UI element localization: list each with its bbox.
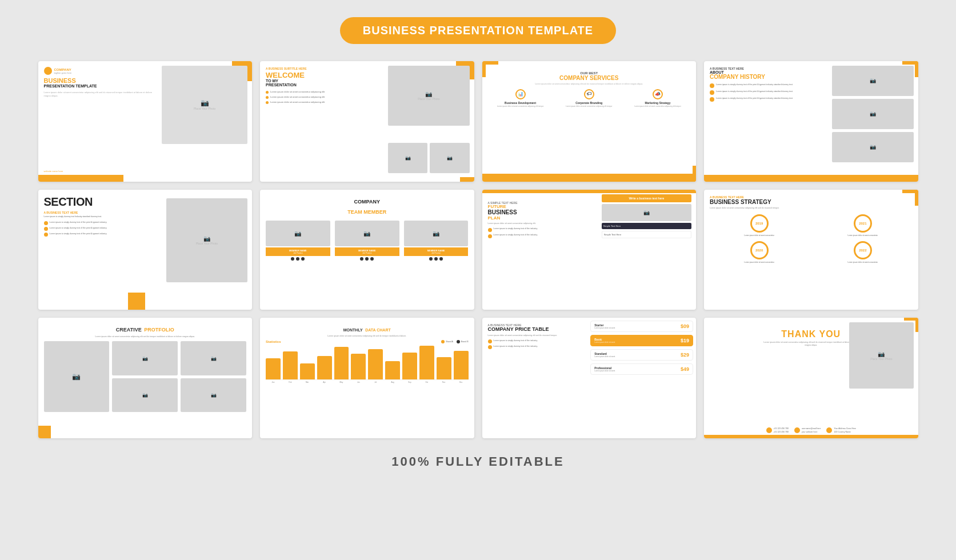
bullet-icon bbox=[710, 90, 714, 95]
chart-bar bbox=[334, 347, 349, 379]
member-photo-2: 📷 bbox=[335, 221, 399, 246]
portfolio-photo-5: 📷 bbox=[181, 378, 246, 412]
team-title: COMPANY TEAM MEMBER bbox=[266, 195, 469, 216]
strategy-body: Lorem ipsum dolor sit amet consectetur a… bbox=[710, 207, 913, 210]
bar-label: Apr bbox=[317, 381, 332, 383]
service-item-1: 📊 Business Development Lorem ipsum dolor… bbox=[488, 89, 553, 108]
bullet-dot bbox=[488, 234, 492, 238]
member-icons-1 bbox=[266, 257, 330, 261]
bullet-dot bbox=[266, 101, 269, 104]
website-label: website name here bbox=[44, 170, 63, 173]
chart-title: MONTHLY DATA CHART bbox=[266, 323, 469, 334]
service-icon-2: 🏷 bbox=[584, 89, 594, 99]
bullet-item: Lorem ipsum is simply dummy text of the … bbox=[710, 90, 821, 95]
email-text: username@mail hereyour website here bbox=[802, 427, 821, 434]
portfolio-photo-4: 📷 bbox=[112, 378, 178, 412]
chart-bar bbox=[368, 349, 383, 379]
member-info-2: MEMBER NAME Job Position bbox=[335, 247, 399, 256]
year-desc-2022: Lorem ipsum dolor sit amet consectetur bbox=[813, 261, 912, 263]
portfolio-title: CREATIVE PROTFOLIO bbox=[44, 323, 247, 334]
year-circle-2022: 2022 bbox=[854, 241, 872, 259]
contact-email: username@mail hereyour website here bbox=[794, 427, 821, 434]
social-icon bbox=[434, 257, 438, 261]
plan-desc-starter: Lorem ipsum dolor sit amet bbox=[594, 327, 615, 329]
plan-desc-professional: Lorem ipsum dolor sit amet bbox=[594, 370, 615, 372]
year-block-2020: 2020 Lorem ipsum dolor sit amet consecte… bbox=[710, 241, 809, 263]
stats-label: Statistics bbox=[266, 340, 281, 343]
bar-label: Aug bbox=[385, 381, 400, 383]
member-role-1: Job Position bbox=[267, 252, 329, 254]
slide7-title1: FUTURE bbox=[488, 205, 599, 209]
member-info-1: MEMBER NAME Job Position bbox=[266, 247, 330, 256]
slide2-photo-small-2: 📷 bbox=[430, 143, 469, 173]
orange-strip bbox=[704, 175, 918, 182]
legend-label-1: Brand A bbox=[446, 341, 453, 343]
orange-bottom-bar bbox=[482, 174, 697, 182]
slide5-body: Lorem ipsum is simply dummy text Industr… bbox=[44, 215, 149, 218]
bar-label: Jul bbox=[368, 381, 383, 383]
top-left-accent bbox=[482, 61, 498, 77]
service-item-2: 🏷 Corporate Branding Lorem ipsum dolor s… bbox=[557, 89, 622, 108]
year-circle-2020: 2020 bbox=[750, 241, 769, 259]
camera-icon: 📷 bbox=[203, 235, 210, 242]
year-desc-2020: Lorem ipsum dolor sit amet consectetur bbox=[710, 261, 809, 263]
camera-icon: 📷 bbox=[425, 91, 432, 97]
location-icon bbox=[826, 427, 832, 433]
bullet-item: Lorem ipsum dolor sit amet consectetur a… bbox=[266, 90, 377, 94]
chart-desc: Lorem ipsum dolor sit amet consectetur a… bbox=[266, 335, 469, 337]
bullet-text: Lorem ipsum dolor sit amet consectetur a… bbox=[270, 101, 325, 103]
slide2-to: TO MY bbox=[266, 79, 377, 83]
slide1-body: Lorem ipsum dolor sit amet consectetur a… bbox=[44, 91, 155, 97]
bar-label: Jan bbox=[266, 381, 281, 383]
chart-bar bbox=[300, 363, 315, 380]
legend-item-2: Brand B bbox=[457, 340, 469, 343]
chart-bar bbox=[402, 353, 417, 380]
social-icon bbox=[360, 257, 363, 261]
slide7-title2: BUSINESS bbox=[488, 209, 599, 215]
address-text: Your Address Goes Here123 Country Name bbox=[834, 427, 856, 434]
bullet-item: Lorem ipsum is simply dummy text of the … bbox=[488, 227, 599, 232]
members-row: 📷 MEMBER NAME Job Position 📷 MEMBER NAM bbox=[266, 221, 469, 261]
member-photo-1: 📷 bbox=[266, 221, 330, 246]
member-photo-3: 📷 bbox=[404, 221, 469, 246]
plan-price-professional: $49 bbox=[681, 366, 689, 372]
portfolio-photo-2: 📷 bbox=[112, 341, 178, 375]
member-icons-3 bbox=[404, 257, 469, 261]
slide2-sub: A BUSINESS SUBTITLE HERE bbox=[266, 67, 377, 70]
bar-label: Oct bbox=[419, 381, 434, 383]
slide11-bullets: Lorem ipsum is simply dummy text of the … bbox=[488, 339, 585, 349]
year-desc-2021: Lorem ipsum dolor sit amet consectetur bbox=[813, 234, 912, 237]
slide7-title3: PLAN bbox=[488, 215, 599, 221]
portfolio-t2: PROTFOLIO bbox=[144, 327, 174, 333]
slide2-bullets: Lorem ipsum dolor sit amet consectetur a… bbox=[266, 90, 377, 104]
social-icon bbox=[429, 257, 433, 261]
camera-icon: 📷 bbox=[201, 99, 209, 107]
slide4-photo-1: 📷 bbox=[832, 66, 913, 96]
bullet-dot bbox=[266, 96, 269, 99]
white-box-text: Simple Text Here bbox=[604, 233, 689, 236]
portfolio-t1: CREATIVE bbox=[116, 327, 142, 333]
chart-bar bbox=[454, 351, 469, 380]
photo-label: Place Your Photo bbox=[418, 97, 439, 101]
dark-box-1: Simple Text Here bbox=[602, 223, 691, 229]
bullet-dot bbox=[44, 221, 48, 225]
service-icon-1: 📊 bbox=[515, 89, 526, 99]
year-text-2022: 2022 bbox=[859, 249, 866, 252]
slide2-welcome: WELCOME bbox=[266, 71, 377, 79]
year-block-2021: 2021 Lorem ipsum dolor sit amet consecte… bbox=[813, 214, 912, 237]
portfolio-photo-big: 📷 bbox=[44, 341, 110, 412]
social-icon bbox=[291, 257, 294, 261]
year-desc-2019: Lorem ipsum dolor sit amet consectetur bbox=[710, 234, 809, 237]
price-left: A BUSINESS TEXT HERE COMPANY PRICE TABLE… bbox=[488, 323, 585, 349]
slide-team: COMPANY TEAM MEMBER 📷 MEMBER NAME Job Po… bbox=[260, 190, 474, 310]
member-role-2: Job Position bbox=[337, 252, 398, 254]
bullet-text: Lorem ipsum is simply dummy text of the … bbox=[716, 97, 793, 102]
team-title-2: TEAM MEMBER bbox=[347, 209, 386, 215]
bullet-item: Lorem ipsum is simply dummy text of the … bbox=[710, 97, 821, 102]
dark-text-1: Simple Text Here bbox=[603, 225, 690, 227]
phone-text: +01 123 456 780+01 123 456 780 bbox=[774, 427, 789, 434]
slide7-right-panel: Write a business text here 📷 Simple Text… bbox=[602, 194, 691, 297]
bullet-icon bbox=[710, 83, 714, 88]
contact-phone: +01 123 456 780+01 123 456 780 bbox=[766, 427, 789, 434]
logo-circle bbox=[44, 67, 52, 75]
